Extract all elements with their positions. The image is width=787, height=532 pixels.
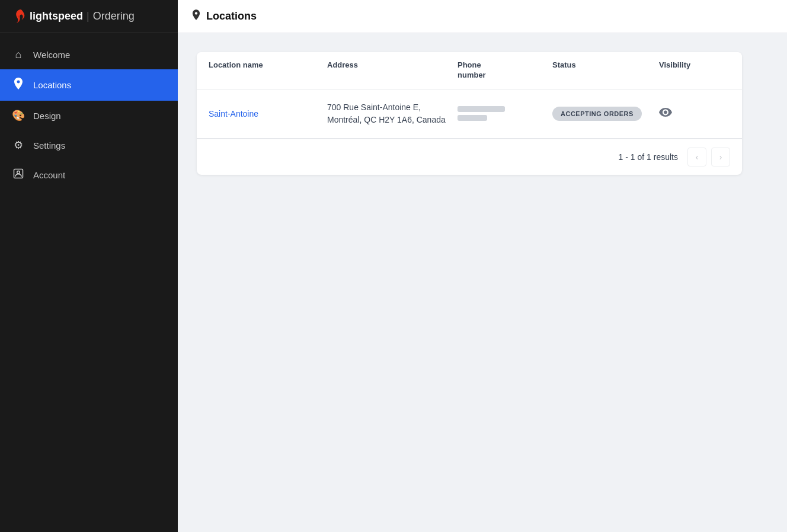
address-line2: Montréal, QC H2Y 1A6, Canada: [327, 115, 446, 124]
location-name-cell[interactable]: Saint-Antoine: [209, 108, 327, 119]
locations-table-card: Location name Address Phonenumber Status…: [197, 52, 742, 175]
top-bar: Locations: [178, 0, 787, 33]
main-content: Locations Location name Address Phonenum…: [178, 0, 787, 532]
lightspeed-logo-icon: [12, 8, 30, 25]
sidebar-logo: lightspeed | Ordering: [0, 0, 178, 33]
pagination-row: 1 - 1 of 1 results ‹ ›: [197, 139, 742, 175]
status-badge: ACCEPTING ORDERS: [552, 107, 642, 121]
sidebar-item-settings[interactable]: ⚙ Settings: [0, 130, 178, 160]
phone-blur-line1: [458, 106, 505, 112]
address-line1: 700 Rue Saint-Antoine E,: [327, 102, 421, 112]
col-header-phone: Phonenumber: [458, 60, 552, 81]
col-header-status: Status: [552, 60, 659, 81]
location-link[interactable]: Saint-Antoine: [209, 109, 258, 118]
sidebar-item-label: Welcome: [33, 50, 70, 60]
account-icon: [12, 168, 25, 182]
sidebar-item-locations[interactable]: Locations: [0, 69, 178, 101]
sidebar-item-account[interactable]: Account: [0, 160, 178, 190]
page-title: Locations: [206, 10, 257, 23]
sidebar: lightspeed | Ordering ⌂ Welcome Location…: [0, 0, 178, 532]
eye-icon[interactable]: [659, 107, 672, 120]
location-status-cell: ACCEPTING ORDERS: [552, 107, 659, 121]
pagination-next-button[interactable]: ›: [711, 148, 730, 166]
svg-point-1: [17, 171, 20, 174]
sidebar-item-label: Locations: [33, 80, 71, 90]
content-area: Location name Address Phonenumber Status…: [178, 33, 787, 532]
gear-icon: ⚙: [12, 139, 25, 152]
location-phone-cell: [458, 106, 552, 121]
sidebar-item-label: Settings: [33, 140, 65, 150]
col-header-visibility: Visibility: [659, 60, 730, 81]
location-address-cell: 700 Rue Saint-Antoine E, Montréal, QC H2…: [327, 101, 458, 126]
logo-product: Ordering: [93, 10, 135, 23]
logo-divider: |: [87, 10, 89, 23]
sidebar-item-label: Account: [33, 170, 65, 180]
home-icon: ⌂: [12, 49, 25, 61]
logo-text: lightspeed | Ordering: [30, 10, 135, 23]
table-header: Location name Address Phonenumber Status…: [197, 52, 742, 89]
location-visibility-cell[interactable]: [659, 107, 730, 120]
sidebar-item-label: Design: [33, 111, 61, 121]
pagination-text: 1 - 1 of 1 results: [619, 152, 678, 162]
col-header-address: Address: [327, 60, 458, 81]
topbar-pin-icon: [192, 9, 200, 23]
sidebar-nav: ⌂ Welcome Locations 🎨 Design ⚙ Settings: [0, 33, 178, 532]
phone-blur-line2: [458, 115, 487, 121]
pagination-prev-button[interactable]: ‹: [687, 148, 706, 166]
sidebar-item-welcome[interactable]: ⌂ Welcome: [0, 40, 178, 69]
pin-icon: [12, 78, 25, 92]
sidebar-item-design[interactable]: 🎨 Design: [0, 101, 178, 130]
logo-brand: lightspeed: [30, 10, 83, 23]
col-header-name: Location name: [209, 60, 327, 81]
table-row: Saint-Antoine 700 Rue Saint-Antoine E, M…: [197, 89, 742, 139]
palette-icon: 🎨: [12, 109, 25, 122]
